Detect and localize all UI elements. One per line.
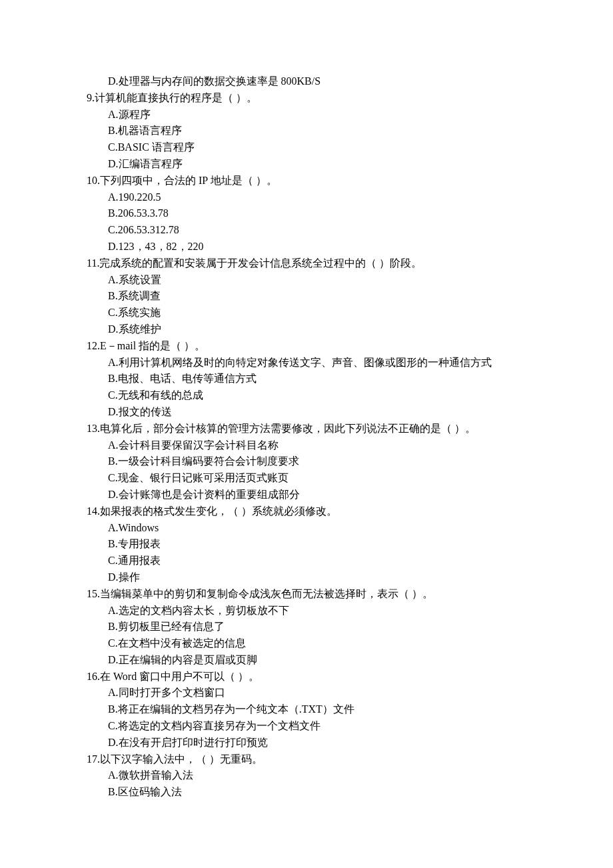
option-text: D.操作 — [87, 569, 526, 586]
option-text: D.会计账簿也是会计资料的重要组成部分 — [87, 487, 526, 503]
option-text: A.利用计算机网络及时的向特定对象传送文字、声音、图像或图形的一种通信方式 — [87, 355, 526, 371]
document-body: D.处理器与内存间的数据交换速率是 800KB/S9.计算机能直接执行的程序是（… — [87, 73, 526, 801]
question-text: 16.在 Word 窗口中用户不可以（ ）。 — [87, 669, 526, 685]
question-text: 17.以下汉字输入法中，（ ）无重码。 — [87, 751, 526, 768]
option-text: D.报文的传送 — [87, 404, 526, 421]
option-text: A.源程序 — [87, 107, 526, 123]
question-text: 11.完成系统的配置和安装属于开发会计信息系统全过程中的（ ）阶段。 — [87, 255, 526, 272]
option-text: A.同时打开多个文档窗口 — [87, 685, 526, 701]
option-text: C.将选定的文档内容直接另存为一个文档文件 — [87, 718, 526, 735]
option-text: C.无线和有线的总成 — [87, 387, 526, 404]
option-text: B.区位码输入法 — [87, 784, 526, 801]
option-text: C.系统实施 — [87, 305, 526, 321]
option-text: B.一级会计科目编码要符合会计制度要求 — [87, 453, 526, 470]
question-text: 10.下列四项中，合法的 IP 地址是（ ）。 — [87, 173, 526, 189]
option-text: B.机器语言程序 — [87, 123, 526, 139]
option-text: B.剪切板里已经有信息了 — [87, 619, 526, 635]
option-text: A.系统设置 — [87, 272, 526, 289]
option-text: B.系统调查 — [87, 288, 526, 305]
option-text: C.BASIC 语言程序 — [87, 139, 526, 156]
question-text: 15.当编辑菜单中的剪切和复制命令成浅灰色而无法被选择时，表示（ ）。 — [87, 586, 526, 603]
question-text: 12.E－mail 指的是（ ）。 — [87, 338, 526, 355]
option-text: C.现金、银行日记账可采用活页式账页 — [87, 470, 526, 487]
option-text: D.正在编辑的内容是页眉或页脚 — [87, 652, 526, 669]
option-text: C.通用报表 — [87, 553, 526, 569]
option-text: D.在没有开启打印时进行打印预览 — [87, 735, 526, 751]
option-text: B.专用报表 — [87, 536, 526, 553]
option-text: A.微软拼音输入法 — [87, 767, 526, 784]
option-text: B.将正在编辑的文档另存为一个纯文本（.TXT）文件 — [87, 701, 526, 718]
option-text: D.处理器与内存间的数据交换速率是 800KB/S — [87, 73, 526, 90]
option-text: A.选定的文档内容太长，剪切板放不下 — [87, 603, 526, 619]
question-text: 14.如果报表的格式发生变化，（ ）系统就必须修改。 — [87, 503, 526, 520]
option-text: B.电报、电话、电传等通信方式 — [87, 371, 526, 387]
question-text: 13.电算化后，部分会计核算的管理方法需要修改，因此下列说法不正确的是（ ）。 — [87, 421, 526, 437]
option-text: D.系统维护 — [87, 321, 526, 338]
option-text: A.190.220.5 — [87, 189, 526, 206]
option-text: D.汇编语言程序 — [87, 156, 526, 173]
option-text: A.会计科目要保留汉字会计科目名称 — [87, 437, 526, 454]
option-text: B.206.53.3.78 — [87, 205, 526, 222]
option-text: C.206.53.312.78 — [87, 222, 526, 239]
option-text: D.123，43，82，220 — [87, 239, 526, 255]
question-text: 9.计算机能直接执行的程序是（ ）。 — [87, 90, 526, 107]
option-text: C.在文档中没有被选定的信息 — [87, 635, 526, 652]
option-text: A.Windows — [87, 520, 526, 537]
